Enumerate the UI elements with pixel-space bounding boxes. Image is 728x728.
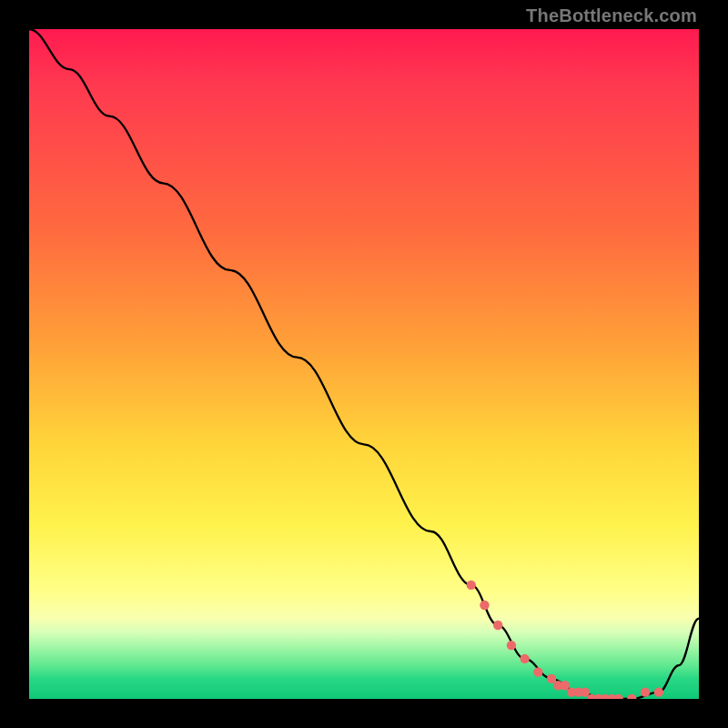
watermark-text: TheBottleneck.com xyxy=(526,5,697,26)
highlight-dot xyxy=(654,687,663,696)
curve-svg xyxy=(29,29,699,699)
highlight-dot xyxy=(613,694,622,699)
highlight-dot xyxy=(467,581,476,590)
highlight-dots-group xyxy=(467,581,663,699)
highlight-dot xyxy=(480,601,489,610)
highlight-dot xyxy=(520,654,529,663)
highlight-dot xyxy=(581,687,590,696)
highlight-dot xyxy=(507,641,516,650)
highlight-dot xyxy=(547,674,556,683)
bottleneck-curve-path xyxy=(29,29,699,699)
highlight-dot xyxy=(641,687,650,696)
plot-area xyxy=(29,29,699,699)
highlight-dot xyxy=(627,694,636,699)
chart-frame: TheBottleneck.com xyxy=(0,0,728,728)
highlight-dot xyxy=(493,621,502,630)
highlight-dot xyxy=(533,667,542,676)
highlight-dot xyxy=(561,681,570,690)
